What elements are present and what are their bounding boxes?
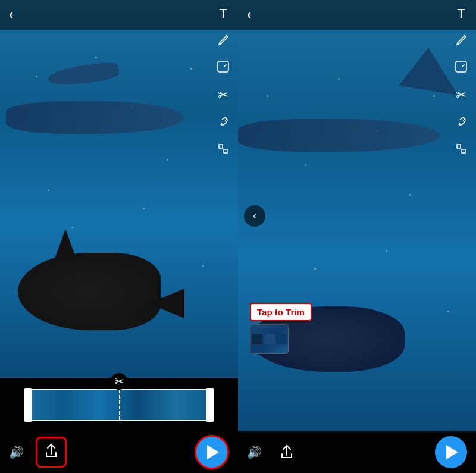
right-volume-icon[interactable]: 🔊 [247, 445, 262, 459]
right-video-bg [238, 0, 476, 431]
left-share-icon [45, 443, 58, 462]
tap-to-trim-badge[interactable]: Tap to Trim [250, 303, 312, 321]
left-video-area: ‹ T ✂ [0, 0, 238, 378]
right-pencil-icon[interactable] [452, 32, 470, 49]
right-text-icon[interactable]: T [452, 6, 470, 21]
left-video-bg [0, 0, 238, 378]
right-sticker-icon[interactable] [452, 60, 470, 77]
timeline-container[interactable]: ✂ [24, 389, 214, 421]
right-scissors-icon[interactable]: ✂ [452, 87, 470, 103]
left-link-icon[interactable] [214, 114, 232, 131]
left-pencil-icon[interactable] [214, 32, 232, 49]
right-panel: ‹ T ✂ [238, 0, 476, 473]
left-share-button[interactable] [36, 437, 67, 468]
right-video-area: ‹ T ✂ [238, 0, 476, 431]
left-text-icon[interactable]: T [214, 6, 232, 21]
timeline-playhead [119, 390, 120, 420]
left-back-button[interactable]: ‹ [9, 7, 13, 23]
right-toolbar: T ✂ [452, 6, 470, 159]
svg-rect-1 [456, 61, 466, 72]
left-sticker-icon[interactable] [214, 60, 232, 77]
left-top-bar: ‹ [0, 0, 238, 30]
right-bottom-bar: 🔊 [238, 431, 476, 473]
timeline-handle-left[interactable] [24, 388, 32, 422]
right-play-button[interactable] [435, 436, 467, 468]
left-toolbar: T ✂ [214, 6, 232, 159]
right-play-triangle [446, 445, 458, 459]
tap-to-trim-area: Tap to Trim [250, 303, 312, 354]
right-top-bar: ‹ [238, 0, 476, 30]
right-chevron-left-button[interactable]: ‹ [244, 205, 265, 227]
left-bottom-bar: 🔊 [0, 431, 238, 473]
right-link-icon[interactable] [452, 114, 470, 131]
tap-to-trim-thumbnail[interactable] [250, 324, 289, 354]
left-scissors-icon[interactable]: ✂ [214, 87, 232, 103]
right-share-button[interactable] [274, 439, 300, 465]
svg-rect-0 [218, 61, 228, 72]
left-play-button[interactable] [195, 435, 229, 469]
left-panel: ‹ T ✂ [0, 0, 238, 473]
timeline-scissors[interactable]: ✂ [111, 373, 127, 390]
left-volume-icon[interactable]: 🔊 [9, 445, 24, 459]
right-crop-icon[interactable] [452, 142, 470, 159]
left-timeline-area: ✂ [0, 378, 238, 431]
timeline-handle-right[interactable] [206, 388, 214, 422]
left-play-triangle [207, 445, 219, 459]
right-back-button[interactable]: ‹ [247, 7, 251, 23]
left-crop-icon[interactable] [214, 142, 232, 159]
